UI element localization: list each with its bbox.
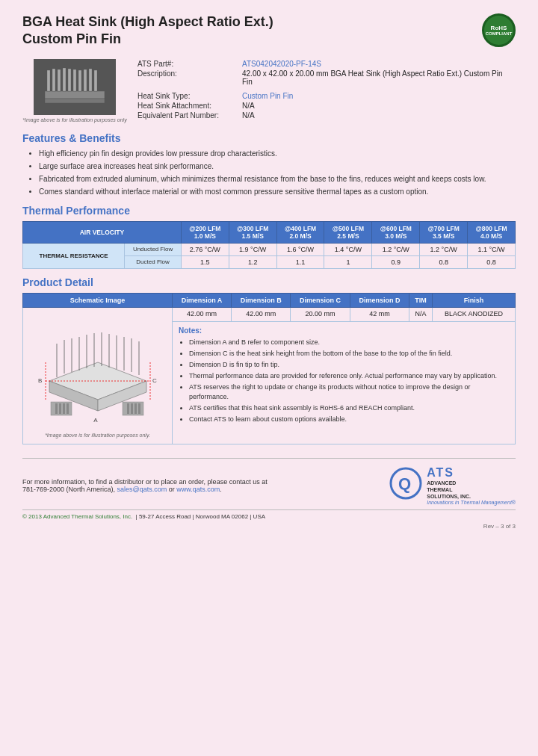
col-dim-c: Dimension C [291, 293, 350, 307]
dim-b-value: 42.00 mm [231, 307, 290, 321]
part-label: ATS Part#: [134, 59, 239, 69]
page-number: Rev – 3 of 3 [22, 523, 516, 530]
spec-table: ATS Part#: ATS042042020-PF-14S Descripti… [134, 59, 516, 120]
col-800: @800 LFM4.0 M/S [468, 221, 516, 243]
svg-rect-37 [67, 403, 69, 414]
unducted-label: Unducted Flow [125, 243, 182, 255]
part-value: ATS042042020-PF-14S [239, 59, 516, 69]
footer-address: 59-27 Access Road | Norwood MA 02062 | U… [139, 513, 265, 520]
note-item: Thermal performance data are provided fo… [189, 371, 509, 380]
product-image [34, 59, 116, 115]
feature-item: High efficiency pin fin design provides … [39, 149, 516, 159]
footer-website-link[interactable]: www.qats.com [176, 486, 220, 493]
schematic-svg: A B C [34, 314, 161, 430]
unducted-v6: 1.2 °C/W [420, 243, 468, 255]
footer-divider [22, 458, 516, 459]
ducted-label: Ducted Flow [125, 255, 182, 268]
unducted-v3: 1.6 °C/W [276, 243, 324, 255]
svg-rect-2 [52, 69, 55, 91]
ats-tagline: Innovations in Thermal Management® [427, 500, 516, 505]
svg-rect-4 [63, 68, 66, 91]
svg-rect-7 [78, 70, 81, 91]
ducted-v6: 0.8 [420, 255, 468, 268]
specs-area: ATS Part#: ATS042042020-PF-14S Descripti… [127, 59, 516, 125]
equiv-value: N/A [239, 111, 516, 120]
svg-rect-10 [94, 70, 97, 91]
col-300: @300 LFM1.5 M/S [229, 221, 276, 243]
col-400: @400 LFM2.0 M/S [276, 221, 324, 243]
type-label: Heat Sink Type: [134, 91, 239, 101]
ats-name: ATS [427, 466, 516, 480]
col-finish: Finish [432, 293, 515, 307]
col-200: @200 LFM1.0 M/S [181, 221, 229, 243]
svg-rect-42 [138, 403, 140, 414]
unducted-v2: 1.9 °C/W [229, 243, 276, 255]
feature-item: Large surface area increases heat sink p… [39, 161, 516, 172]
svg-rect-36 [63, 403, 65, 414]
footer-copyright: © 2013 Advanced Thermal Solutions, Inc. [22, 513, 132, 520]
col-500: @500 LFM2.5 M/S [324, 221, 372, 243]
svg-rect-1 [47, 70, 50, 91]
attach-value: N/A [239, 101, 516, 111]
note-item: Dimension D is fin tip to fin tip. [189, 360, 509, 369]
col-dim-a: Dimension A [173, 293, 232, 307]
thermal-heading: Thermal Performance [22, 205, 516, 217]
thermal-table: AIR VELOCITY @200 LFM1.0 M/S @300 LFM1.5… [22, 221, 516, 269]
dim-a-value: 42.00 mm [173, 307, 232, 321]
svg-rect-41 [134, 403, 137, 414]
ats-full-name: ADVANCEDTHERMALSOLUTIONS, INC. [427, 480, 516, 500]
col-600: @600 LFM3.0 M/S [372, 221, 420, 243]
svg-text:Q: Q [398, 474, 411, 493]
unducted-v7: 1.1 °C/W [468, 243, 516, 255]
notes-title: Notes: [179, 326, 509, 335]
desc-label: Description: [134, 69, 239, 87]
note-item: Dimension C is the heat sink height from… [189, 349, 509, 358]
unducted-v5: 1.2 °C/W [372, 243, 420, 255]
svg-text:B: B [38, 377, 42, 384]
air-velocity-header: AIR VELOCITY [23, 221, 182, 243]
ducted-v1: 1.5 [181, 255, 229, 268]
thermal-resistance-label: THERMAL RESISTANCE [23, 243, 125, 268]
features-list: High efficiency pin fin design provides … [22, 149, 516, 197]
unducted-v1: 2.76 °C/W [181, 243, 229, 255]
tim-value: N/A [409, 307, 433, 321]
ats-text-block: ATS ADVANCEDTHERMALSOLUTIONS, INC. Innov… [427, 466, 516, 505]
svg-rect-11 [45, 99, 105, 103]
svg-rect-5 [68, 69, 71, 91]
svg-rect-8 [84, 69, 87, 91]
ducted-v2: 1.2 [229, 255, 276, 268]
ducted-v3: 1.1 [276, 255, 324, 268]
col-dim-b: Dimension B [231, 293, 290, 307]
col-dim-d: Dimension D [350, 293, 409, 307]
finish-value: BLACK ANODIZED [432, 307, 515, 321]
rohs-badge: RoHS COMPLIANT [482, 13, 516, 47]
footer-bottom: © 2013 Advanced Thermal Solutions, Inc. … [22, 509, 516, 520]
schematic-cell: A B C *Image above is for illustration p… [23, 307, 173, 444]
svg-text:A: A [93, 417, 98, 424]
col-schematic: Schematic Image [23, 293, 173, 307]
page-title: BGA Heat Sink (High Aspect Ratio Ext.) C… [22, 13, 273, 49]
header-row: *Image above is for illustration purpose… [22, 59, 516, 125]
ats-logo: Q ATS ADVANCEDTHERMALSOLUTIONS, INC. Inn… [389, 466, 516, 505]
feature-item: Fabricated from extruded aluminum, which… [39, 174, 516, 185]
note-item: ATS reserves the right to update or chan… [189, 382, 509, 400]
dim-d-value: 42 mm [350, 307, 409, 321]
schematic-caption: *Image above is for illustration purpose… [29, 433, 166, 438]
footer-email-link[interactable]: sales@qats.com [117, 486, 167, 493]
product-image-area: *Image above is for illustration purpose… [22, 59, 127, 123]
col-700: @700 LFM3.5 M/S [420, 221, 468, 243]
svg-rect-9 [89, 69, 92, 91]
desc-value: 42.00 x 42.00 x 20.00 mm BGA Heat Sink (… [239, 69, 516, 87]
notes-cell: Notes: Dimension A and B refer to compon… [173, 321, 516, 444]
note-item: ATS certifies that this heat sink assemb… [189, 403, 509, 412]
footer-left: For more information, to find a distribu… [22, 478, 268, 493]
col-tim: TIM [409, 293, 433, 307]
ats-q-letter: Q [389, 467, 422, 504]
note-item: Contact ATS to learn about custom option… [189, 415, 509, 424]
product-detail-heading: Product Detail [22, 276, 516, 288]
note-item: Dimension A and B refer to component siz… [189, 338, 509, 347]
detail-table: Schematic Image Dimension A Dimension B … [22, 293, 516, 444]
dim-c-value: 20.00 mm [291, 307, 350, 321]
svg-rect-34 [55, 403, 58, 414]
svg-rect-0 [45, 91, 105, 99]
